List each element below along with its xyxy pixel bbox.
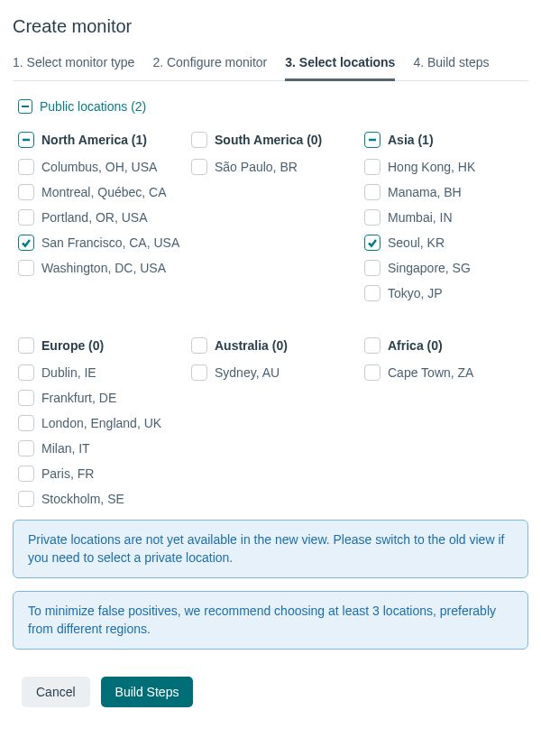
location-item[interactable]: Seoul, KR: [364, 235, 528, 251]
region-header[interactable]: Europe (0): [18, 337, 182, 354]
location-label: Stockholm, SE: [41, 492, 124, 506]
cancel-button[interactable]: Cancel: [22, 677, 90, 707]
region-name: South America (0): [215, 133, 322, 147]
checkbox-icon[interactable]: [18, 260, 34, 276]
region: Australia (0)Sydney, AU: [191, 337, 355, 507]
checkbox-icon[interactable]: [18, 364, 34, 381]
location-item[interactable]: Singapore, SG: [364, 260, 528, 276]
location-item[interactable]: Hong Kong, HK: [364, 159, 528, 175]
location-item[interactable]: Milan, IT: [18, 440, 182, 456]
location-label: Milan, IT: [41, 441, 90, 456]
checkbox-icon[interactable]: [364, 285, 381, 301]
location-item[interactable]: Manama, BH: [364, 184, 528, 200]
region-header[interactable]: Australia (0): [191, 337, 355, 354]
checkbox-icon[interactable]: [364, 364, 381, 381]
location-item[interactable]: Sydney, AU: [191, 364, 355, 381]
location-item[interactable]: Cape Town, ZA: [364, 364, 528, 381]
checkbox-icon[interactable]: [18, 184, 34, 200]
checkbox-indeterminate-icon[interactable]: [18, 132, 34, 148]
info-private-locations: Private locations are not yet available …: [13, 520, 528, 578]
checkbox-icon[interactable]: [18, 159, 34, 175]
region: Europe (0)Dublin, IEFrankfurt, DELondon,…: [18, 337, 182, 507]
checkbox-icon[interactable]: [364, 209, 381, 226]
tab-select-monitor-type[interactable]: 1. Select monitor type: [13, 55, 134, 80]
location-item[interactable]: Dublin, IE: [18, 364, 182, 381]
location-item[interactable]: Washington, DC, USA: [18, 260, 182, 276]
regions-grid: North America (1)Columbus, OH, USAMontre…: [13, 132, 528, 507]
region-header[interactable]: Africa (0): [364, 337, 528, 354]
location-label: Washington, DC, USA: [41, 261, 166, 275]
checkbox-icon[interactable]: [18, 337, 34, 354]
checkbox-icon[interactable]: [18, 390, 34, 406]
location-label: London, England, UK: [41, 416, 161, 430]
location-label: Mumbai, IN: [388, 210, 453, 225]
location-list: Hong Kong, HKManama, BHMumbai, INSeoul, …: [364, 159, 528, 301]
location-item[interactable]: Portland, OR, USA: [18, 209, 182, 226]
location-item[interactable]: San Francisco, CA, USA: [18, 235, 182, 251]
checkbox-icon[interactable]: [191, 132, 207, 148]
location-label: Sydney, AU: [215, 365, 280, 380]
checkbox-icon[interactable]: [191, 364, 207, 381]
location-label: Montreal, Québec, CA: [41, 185, 167, 199]
location-item[interactable]: Columbus, OH, USA: [18, 159, 182, 175]
region-name: Australia (0): [215, 338, 288, 353]
location-label: Hong Kong, HK: [388, 160, 475, 174]
location-list: Dublin, IEFrankfurt, DELondon, England, …: [18, 364, 182, 507]
location-label: Manama, BH: [388, 185, 462, 199]
location-list: São Paulo, BR: [191, 159, 355, 175]
location-item[interactable]: Paris, FR: [18, 466, 182, 482]
region-name: Europe (0): [41, 338, 104, 353]
checkbox-indeterminate-icon[interactable]: [364, 132, 381, 148]
checkbox-icon[interactable]: [364, 184, 381, 200]
checkbox-icon[interactable]: [18, 440, 34, 456]
location-label: Paris, FR: [41, 466, 94, 481]
region-header[interactable]: North America (1): [18, 132, 182, 148]
region-header[interactable]: Asia (1): [364, 132, 528, 148]
location-label: Dublin, IE: [41, 365, 96, 380]
checkbox-icon[interactable]: [191, 159, 207, 175]
region-name: Africa (0): [388, 338, 443, 353]
checkbox-icon[interactable]: [18, 491, 34, 507]
checkbox-icon[interactable]: [18, 235, 34, 251]
checkbox-icon[interactable]: [18, 466, 34, 482]
checkbox-icon[interactable]: [364, 235, 381, 251]
region: Africa (0)Cape Town, ZA: [364, 337, 528, 507]
checkbox-icon[interactable]: [18, 415, 34, 431]
tab-build-steps[interactable]: 4. Build steps: [413, 55, 489, 80]
location-label: Singapore, SG: [388, 261, 471, 275]
checkbox-icon[interactable]: [364, 337, 381, 354]
region: Asia (1)Hong Kong, HKManama, BHMumbai, I…: [364, 132, 528, 301]
build-steps-button[interactable]: Build Steps: [101, 677, 194, 707]
location-label: Portland, OR, USA: [41, 210, 148, 225]
location-item[interactable]: Montreal, Québec, CA: [18, 184, 182, 200]
location-label: Cape Town, ZA: [388, 365, 473, 380]
location-label: Seoul, KR: [388, 235, 445, 250]
location-label: San Francisco, CA, USA: [41, 235, 179, 250]
location-label: Frankfurt, DE: [41, 391, 116, 405]
public-locations-label: Public locations (2): [40, 99, 146, 114]
location-item[interactable]: London, England, UK: [18, 415, 182, 431]
wizard-tabs: 1. Select monitor type 2. Configure moni…: [13, 55, 528, 81]
location-label: São Paulo, BR: [215, 160, 298, 174]
location-item[interactable]: Stockholm, SE: [18, 491, 182, 507]
region: South America (0)São Paulo, BR: [191, 132, 355, 301]
public-locations-toggle[interactable]: Public locations (2): [13, 99, 528, 114]
region-header[interactable]: South America (0): [191, 132, 355, 148]
location-label: Columbus, OH, USA: [41, 160, 157, 174]
location-item[interactable]: Mumbai, IN: [364, 209, 528, 226]
tab-select-locations[interactable]: 3. Select locations: [285, 55, 395, 81]
region-name: North America (1): [41, 133, 147, 147]
checkbox-icon[interactable]: [364, 159, 381, 175]
location-label: Tokyo, JP: [388, 286, 443, 300]
checkbox-icon[interactable]: [364, 260, 381, 276]
footer-buttons: Cancel Build Steps: [13, 677, 528, 707]
location-item[interactable]: Frankfurt, DE: [18, 390, 182, 406]
location-list: Cape Town, ZA: [364, 364, 528, 381]
region-name: Asia (1): [388, 133, 434, 147]
checkbox-icon[interactable]: [191, 337, 207, 354]
checkbox-icon[interactable]: [18, 209, 34, 226]
tab-configure-monitor[interactable]: 2. Configure monitor: [152, 55, 267, 80]
location-item[interactable]: São Paulo, BR: [191, 159, 355, 175]
location-list: Columbus, OH, USAMontreal, Québec, CAPor…: [18, 159, 182, 276]
location-item[interactable]: Tokyo, JP: [364, 285, 528, 301]
